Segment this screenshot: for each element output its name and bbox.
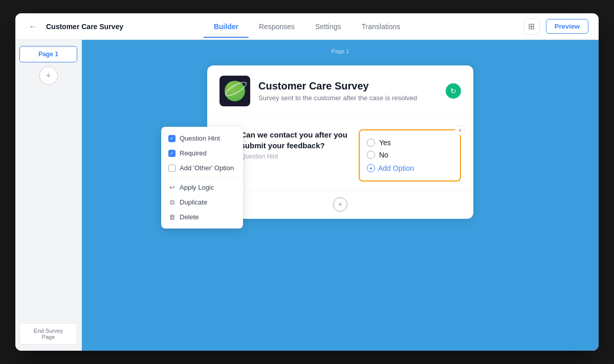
survey-header: Customer Care Survey Survey sent to the … bbox=[207, 65, 473, 117]
question-area: 01 * Can we contact you after you submit… bbox=[207, 117, 473, 190]
radio-no[interactable] bbox=[367, 151, 375, 159]
menu-item-required[interactable]: ✓ Required bbox=[161, 146, 243, 161]
grid-icon-button[interactable]: ⊞ bbox=[523, 18, 540, 35]
sidebar-page-1[interactable]: Page 1 bbox=[19, 46, 77, 62]
option-no: No bbox=[367, 149, 453, 161]
add-question-icon: + bbox=[333, 197, 347, 212]
add-option-icon: + bbox=[367, 164, 375, 172]
radio-yes[interactable] bbox=[367, 139, 375, 147]
sidebar-end-survey[interactable]: End SurveyPage bbox=[19, 323, 77, 345]
menu-item-question-hint[interactable]: ✓ Question Hint bbox=[161, 131, 243, 146]
menu-item-duplicate[interactable]: ⧉ Duplicate bbox=[161, 195, 243, 210]
question-text: Can we contact you after you submit your… bbox=[240, 129, 350, 151]
browser-window: ← Customer Care Survey Builder Responses… bbox=[15, 13, 599, 351]
add-option-label: Add Option bbox=[378, 164, 414, 172]
tab-builder[interactable]: Builder bbox=[204, 15, 249, 38]
context-menu: ✓ Question Hint ✓ Required Add 'Other' O… bbox=[161, 127, 243, 229]
options-box: Yes No + Add Option × bbox=[359, 129, 461, 181]
menu-item-add-other[interactable]: Add 'Other' Option bbox=[161, 161, 243, 175]
main-content: Page 1 + End SurveyPage Page 1 Customer … bbox=[15, 40, 599, 351]
survey-header-info: Customer Care Survey Survey sent to the … bbox=[258, 80, 437, 102]
tab-settings[interactable]: Settings bbox=[305, 15, 352, 38]
tennis-ball-image bbox=[225, 81, 245, 101]
duplicate-icon: ⧉ bbox=[168, 199, 176, 206]
question-row: 01 * Can we contact you after you submit… bbox=[220, 129, 461, 181]
nav-tabs: Builder Responses Settings Translations bbox=[204, 15, 411, 38]
back-button[interactable]: ← bbox=[26, 19, 40, 34]
menu-label-delete: Delete bbox=[180, 213, 199, 221]
question-hint-text: Question Hint bbox=[240, 153, 350, 160]
menu-label-duplicate: Duplicate bbox=[180, 198, 207, 206]
menu-divider bbox=[161, 177, 243, 178]
top-bar: ← Customer Care Survey Builder Responses… bbox=[15, 13, 599, 40]
menu-label-required: Required bbox=[180, 149, 207, 157]
add-page-button[interactable]: + bbox=[39, 66, 58, 85]
checkbox-required[interactable]: ✓ bbox=[168, 150, 176, 157]
add-page-icon: + bbox=[46, 71, 51, 81]
survey-card: Customer Care Survey Survey sent to the … bbox=[207, 65, 473, 219]
menu-label-add-other: Add 'Other' Option bbox=[180, 164, 234, 172]
tab-responses[interactable]: Responses bbox=[249, 15, 305, 38]
survey-card-title: Customer Care Survey bbox=[258, 80, 437, 92]
delete-icon: 🗑 bbox=[168, 214, 176, 221]
menu-item-apply-logic[interactable]: ↩ Apply Logic bbox=[161, 180, 243, 195]
refresh-icon: ↻ bbox=[450, 87, 456, 95]
option-yes-label: Yes bbox=[379, 139, 391, 147]
add-option-row[interactable]: + Add Option bbox=[367, 162, 453, 174]
apply-logic-icon: ↩ bbox=[168, 184, 176, 191]
menu-label-question-hint: Question Hint bbox=[180, 134, 220, 142]
refresh-button[interactable]: ↻ bbox=[446, 83, 461, 99]
menu-label-apply-logic: Apply Logic bbox=[180, 184, 214, 191]
add-question-button[interactable]: + bbox=[207, 190, 473, 219]
survey-card-subtitle: Survey sent to the customer after the ca… bbox=[258, 94, 437, 102]
tab-translations[interactable]: Translations bbox=[352, 15, 411, 38]
top-bar-right: ⊞ Preview bbox=[523, 18, 588, 35]
canvas: Page 1 Customer Care Survey Survey sent … bbox=[82, 40, 599, 351]
question-content: Can we contact you after you submit your… bbox=[240, 129, 350, 160]
survey-logo bbox=[220, 76, 250, 106]
page-label: Page 1 bbox=[332, 48, 349, 54]
preview-button[interactable]: Preview bbox=[546, 19, 588, 34]
menu-item-delete[interactable]: 🗑 Delete bbox=[161, 210, 243, 224]
option-yes: Yes bbox=[367, 136, 453, 149]
sidebar: Page 1 + End SurveyPage bbox=[15, 40, 82, 351]
checkbox-add-other[interactable] bbox=[168, 165, 176, 172]
option-no-label: No bbox=[379, 151, 388, 159]
close-icon: × bbox=[458, 127, 462, 133]
checkbox-question-hint[interactable]: ✓ bbox=[168, 135, 176, 142]
close-options-button[interactable]: × bbox=[455, 125, 465, 135]
